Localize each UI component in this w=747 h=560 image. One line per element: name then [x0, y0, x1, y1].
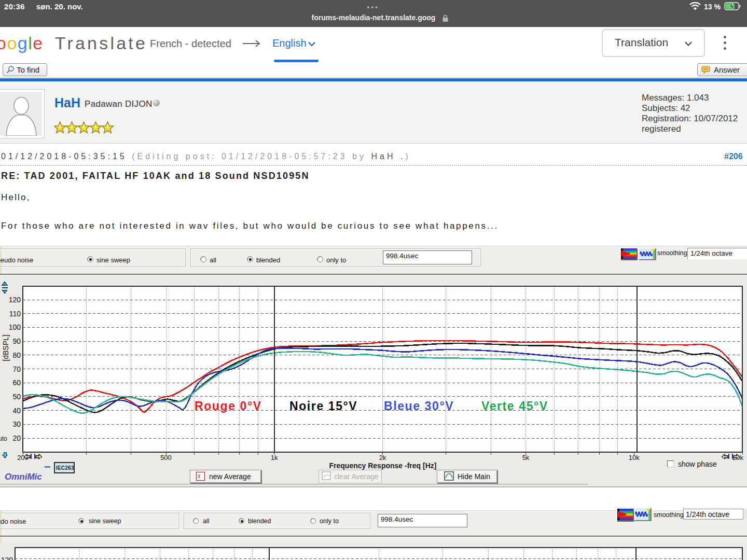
svg-text:60: 60 — [12, 379, 21, 387]
svg-text:Noire 15°V: Noire 15°V — [289, 399, 357, 413]
svg-text:120: 120 — [9, 296, 21, 304]
svg-text:10k: 10k — [629, 454, 640, 461]
svg-text:Frequency Response -freq [Hz]: Frequency Response -freq [Hz] — [329, 461, 437, 470]
svg-text:[dBSPL]: [dBSPL] — [2, 334, 10, 361]
svg-text:50: 50 — [12, 393, 21, 401]
svg-text:20: 20 — [12, 434, 21, 442]
svg-text:1k: 1k — [271, 454, 278, 461]
svg-text:5k: 5k — [522, 454, 530, 461]
svg-text:Bleue 30°V: Bleue 30°V — [384, 399, 454, 413]
svg-text:30: 30 — [12, 420, 21, 428]
svg-text:500: 500 — [160, 454, 172, 461]
svg-text:80: 80 — [12, 351, 21, 359]
svg-text:2k: 2k — [379, 454, 386, 461]
svg-text:Rouge 0°V: Rouge 0°V — [195, 399, 262, 413]
svg-text:120: 120 — [1, 556, 13, 560]
svg-text:70: 70 — [12, 365, 21, 373]
svg-text:90: 90 — [12, 337, 21, 345]
svg-text:Auto: Auto — [0, 435, 7, 442]
svg-text:100: 100 — [9, 323, 21, 331]
svg-text:40: 40 — [12, 407, 21, 415]
svg-text:Verte 45°V: Verte 45°V — [481, 399, 548, 413]
svg-text:110: 110 — [9, 310, 21, 318]
